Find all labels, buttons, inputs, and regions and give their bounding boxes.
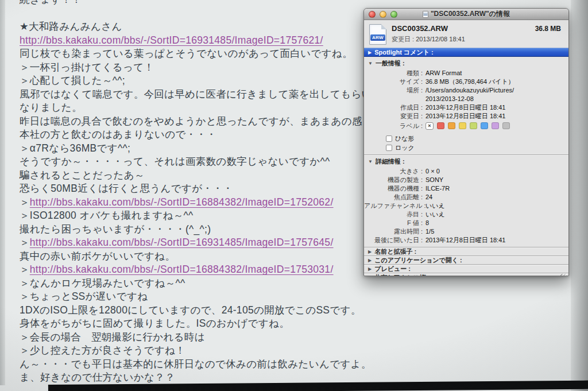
forum-line: ＞会長の場合 翌朝撮影に行かれる時は xyxy=(20,331,588,344)
info-row-value: ILCE-7R xyxy=(425,184,450,193)
info-row-value: 2013年12月8日日曜日 18:41 xyxy=(425,236,505,245)
forum-text-segment: ＞一杯引っ掛けてくるって！ xyxy=(20,61,154,73)
info-row-label: F 値 : xyxy=(364,219,425,227)
label-none-chip[interactable]: × xyxy=(425,122,434,130)
forum-link[interactable]: http://bbs.kakaku.com/bbs/-/SortID=16931… xyxy=(30,237,334,248)
label-color-chip[interactable] xyxy=(481,122,488,129)
details-rows: 大きさ :0 × 0機器の製造 :SONY機器の機種 :ILCE-7R焦点距離 … xyxy=(364,167,568,247)
collapsed-section-header[interactable]: ▶このアプリケーションで開く : xyxy=(364,255,568,264)
spotlight-comments-header[interactable]: ▶ Spotlight コメント : xyxy=(364,48,568,57)
info-row-value: 24 xyxy=(425,193,432,202)
info-row-value: /Users/andoukazuyuki/Pictures/ 2013/2013… xyxy=(425,86,514,103)
forum-text-segment: ＞少し控えた方が良さそうですね！ xyxy=(20,344,185,356)
forum-text-segment: ＞ISO12800 オバケも撮れますね～^^ xyxy=(20,210,193,221)
forum-text-segment: 騙されるとことだったあ～ xyxy=(20,169,145,181)
info-row: F 値 :8 xyxy=(364,219,568,227)
forum-text-segment: 昨日は喘息の具合で飲むのをやめようかと思ったんですが、まあまあの感じでし xyxy=(20,115,393,127)
label-color-chip[interactable] xyxy=(492,122,499,129)
label-row: ラベル : × xyxy=(364,121,568,130)
label-color-chip[interactable] xyxy=(459,122,466,129)
collapsed-section-label: 名前と拡張子 : xyxy=(374,247,416,256)
forum-text-segment: ＞ xyxy=(20,264,30,275)
info-row-value: 8 xyxy=(425,219,429,227)
file-size: 36.8 MB xyxy=(535,25,563,33)
resize-grip[interactable] xyxy=(560,274,567,276)
forum-text-segment: ＞なんかロケ現場みたいですね～^^ xyxy=(20,277,185,289)
collapsed-sections: ▶名前と拡張子 :▶このアプリケーションで開く :▶プレビュー :▶共有とアクセ… xyxy=(364,247,568,276)
collapsed-section-header[interactable]: ▶名前と拡張子 : xyxy=(364,247,568,255)
info-row: 機器の機種 :ILCE-7R xyxy=(364,184,568,193)
info-row-label: 機器の製造 : xyxy=(364,176,425,184)
forum-text-segment: ＞会長の場合 翌朝撮影に行かれる時は xyxy=(20,331,205,343)
collapsed-section-header[interactable]: ▶プレビュー : xyxy=(364,264,568,273)
forum-link[interactable]: http://bbs.kakaku.com/bbs/-/SortID=16931… xyxy=(20,34,323,46)
flag-row: ひな形 xyxy=(386,134,568,143)
file-meta: DSC00352.ARW 36.8 MB 変更日 : 2013/12/08 18… xyxy=(392,24,563,44)
info-row: 露出時間 :1/5 xyxy=(364,227,568,236)
disclosure-down-icon[interactable]: ▼ xyxy=(368,159,373,164)
file-modified: 変更日 : 2013/12/08 18:41 xyxy=(392,35,563,44)
forum-line: ＞少し控えた方が良さそうですね！ xyxy=(20,344,588,358)
info-row-label: サイズ : xyxy=(364,78,425,86)
checkbox[interactable] xyxy=(386,136,392,142)
disclosure-right-icon[interactable]: ▶ xyxy=(368,275,372,277)
disclosure-right-icon[interactable]: ▶ xyxy=(368,249,372,254)
details-header[interactable]: ▼ 詳細情報 : xyxy=(364,155,568,167)
forum-link[interactable]: http://bbs.kakaku.com/bbs/-/SortID=16884… xyxy=(30,264,334,275)
forum-text-segment: 続きます！！ xyxy=(20,0,82,5)
info-row-label: 作成日 : xyxy=(364,103,425,112)
info-row-value: 2013年12月8日日曜日 18:41 xyxy=(425,112,505,121)
label-color-chip[interactable] xyxy=(470,122,477,129)
forum-text-segment: なりました。 xyxy=(20,102,82,113)
general-header-label: 一般情報 : xyxy=(376,59,405,68)
modified-value: 2013/12/08 18:41 xyxy=(416,36,465,42)
forum-link[interactable]: http://bbs.kakaku.com/bbs/-/SortID=16884… xyxy=(30,196,334,208)
forum-text-segment: 撮れたら困っちゃいますが・・・・(^_^;) xyxy=(20,223,211,235)
forum-text-segment: 1DXのISO上限を12800にしていますので、24-105の開放でこのSSです… xyxy=(20,304,361,316)
forum-text-segment: ＞ xyxy=(20,196,30,208)
info-row: 赤目 :いいえ xyxy=(364,210,568,219)
forum-text-segment: ★大和路みんみんさん xyxy=(20,21,122,32)
forum-line: 続きます！！ xyxy=(20,0,588,7)
info-row: 大きさ :0 × 0 xyxy=(364,167,568,176)
info-row-label: 最後に開いた日 : xyxy=(364,236,425,245)
get-info-window: "DSC00352.ARW"の情報 ARW DSC00352.ARW 36.8 … xyxy=(363,8,569,276)
disclosure-down-icon[interactable]: ▼ xyxy=(368,61,373,66)
info-row: 最後に開いた日 :2013年12月8日日曜日 18:41 xyxy=(364,236,568,245)
forum-line: ＞ちょっとSSが遅いですね xyxy=(20,290,588,304)
forum-text-segment: 本社の方と飲むのはあまりないので・・・ xyxy=(20,129,216,140)
info-row: 焦点距離 :24 xyxy=(364,193,568,202)
disclosure-right-icon[interactable]: ▶ xyxy=(368,50,372,55)
info-row: 種類 :ARW Format xyxy=(364,69,568,78)
info-row-value: 1/5 xyxy=(425,227,434,236)
info-row-label: アルファチャンネル : xyxy=(364,202,425,210)
disclosure-right-icon[interactable]: ▶ xyxy=(368,258,372,263)
arw-file-icon: ARW xyxy=(369,24,386,45)
general-info-header[interactable]: ▼ 一般情報 : xyxy=(364,57,568,69)
flag-row: ロック xyxy=(386,143,568,152)
forum-text-segment: 同じ枝でも染まっている葉っぱとそうでないのがあって面白いですね。 xyxy=(20,48,353,59)
info-row: 変更日 :2013年12月8日日曜日 18:41 xyxy=(364,112,568,121)
label-color-chip[interactable] xyxy=(437,122,444,129)
collapsed-section-header[interactable]: ▶共有とアクセス権 : xyxy=(364,273,568,276)
details-header-label: 詳細情報 : xyxy=(376,157,405,166)
window-titlebar[interactable]: "DSC00352.ARW"の情報 xyxy=(364,9,568,20)
forum-text-segment: 風邪ではなくて喘息です。今回は早めに医者に行きまして薬を出してもらいまし xyxy=(20,88,393,100)
modified-label: 変更日 : xyxy=(392,36,414,42)
disclosure-right-icon[interactable]: ▶ xyxy=(368,266,372,272)
window-title-wrap: "DSC00352.ARW"の情報 xyxy=(364,9,568,19)
checkbox[interactable] xyxy=(386,145,392,151)
info-row-label: 赤目 : xyxy=(364,210,425,219)
forum-text-segment: そうですか～・・・・って、それは画素数の数字じゃないですか^^ xyxy=(20,156,330,167)
forum-text-segment: 真中の赤い前ボケがいいですね。 xyxy=(20,250,175,262)
forum-text-segment: ＞ちょっとSSが遅いですね xyxy=(20,291,148,302)
spotlight-header-label: Spotlight コメント : xyxy=(374,48,433,57)
label-color-chip[interactable] xyxy=(502,122,510,129)
forum-line: 身体をがちがちに固めて撮りました。ISのおかげですね。 xyxy=(20,317,588,331)
forum-line: ん～・・・でも平日は基本的に休肝日なので休みの前は飲みたいんですよ。 xyxy=(20,358,588,371)
info-row-value: いいえ xyxy=(425,210,445,219)
label-color-chip[interactable] xyxy=(448,122,455,129)
screen-right-edge xyxy=(571,0,588,391)
flags-area: ひな形ロック xyxy=(386,134,568,152)
info-row: サイズ :36.8 MB（36,798,464 バイト） xyxy=(364,78,568,86)
